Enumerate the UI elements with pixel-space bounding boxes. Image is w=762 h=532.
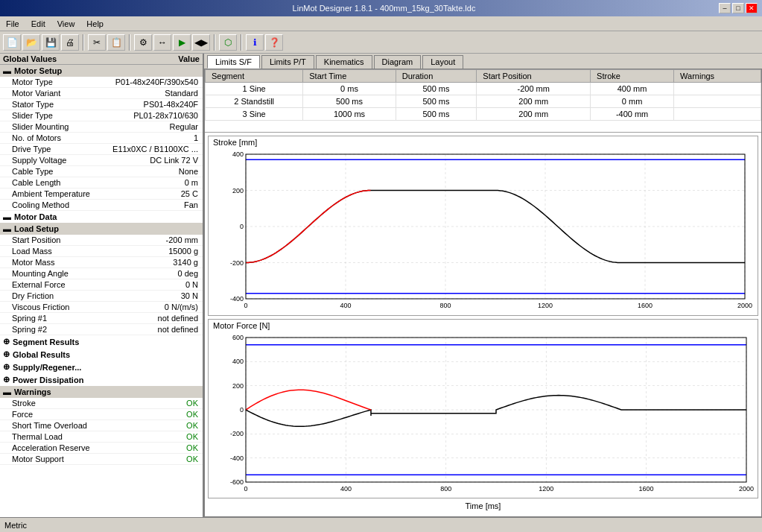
prop-label: Cooling Method	[12, 200, 69, 209]
table-cell: 0 ms	[303, 83, 396, 95]
table-cell	[674, 83, 761, 95]
motor-setup-header[interactable]: ▬ Motor Setup	[0, 65, 203, 77]
prop-label: External Force	[12, 280, 66, 289]
prop-row: Drive TypeE11x0XC / B1100XC ...	[0, 144, 203, 155]
motor-data-label: Motor Data	[14, 212, 57, 221]
x-axis-label: Time [ms]	[208, 501, 758, 513]
warning-row: Thermal LoadOK	[0, 431, 203, 443]
warnings-header[interactable]: ▬ Warnings	[0, 386, 203, 398]
tab-kinematics[interactable]: Kinematics	[316, 55, 372, 69]
sep4	[241, 34, 242, 51]
menu-bar: File Edit View Help	[0, 16, 762, 31]
help-button[interactable]: ❓	[265, 34, 283, 51]
minimize-button[interactable]: –	[719, 3, 731, 13]
table-row[interactable]: 3 Sine1000 ms500 ms200 mm-400 mm	[206, 108, 761, 121]
prop-row: Motor TypeP01-48x240F/390x540	[0, 77, 203, 88]
tabs-bar: Limits S/F Limits P/T Kinematics Diagram…	[204, 54, 762, 69]
table-header-cell: Warnings	[674, 70, 761, 83]
cut-button[interactable]: ✂	[88, 34, 106, 51]
collapse-icon-load: ▬	[3, 224, 11, 233]
prop-value: 0 m	[185, 178, 198, 187]
table-cell: 1 Sine	[206, 83, 303, 95]
table-cell: 500 ms	[396, 83, 477, 95]
prop-value: not defined	[158, 325, 198, 334]
toolbar: 📄 📂 💾 🖨 ✂ 📋 ⚙ ↔ ▶ ◀▶ ⬡ ℹ ❓	[0, 31, 762, 54]
prop-row: Motor Mass3140 g	[0, 257, 203, 268]
global-results-section[interactable]: ⊕ Global Results	[0, 348, 203, 361]
power-dissipation-section[interactable]: ⊕ Power Dissipation	[0, 373, 203, 386]
prop-value: 30 N	[181, 291, 198, 300]
prop-label: Spring #1	[12, 314, 47, 323]
save-button[interactable]: 💾	[42, 34, 60, 51]
prop-label: Cable Length	[12, 178, 60, 187]
paste-button[interactable]: 📋	[107, 34, 125, 51]
settings-button[interactable]: ⚙	[134, 34, 152, 51]
tab-diagram[interactable]: Diagram	[374, 55, 422, 69]
print-button[interactable]: 🖨	[61, 34, 79, 51]
run-button[interactable]: ▶	[173, 34, 191, 51]
prop-row: Cable TypeNone	[0, 166, 203, 177]
prop-label: Start Position	[12, 235, 60, 244]
prop-label: Supply Voltage	[12, 156, 66, 165]
window-controls[interactable]: – □ ✕	[719, 3, 758, 13]
prop-label: Motor Variant	[12, 89, 60, 98]
arrows-button[interactable]: ↔	[153, 34, 171, 51]
prop-label: Slider Type	[12, 111, 53, 120]
close-button[interactable]: ✕	[746, 3, 758, 13]
table-row[interactable]: 1 Sine0 ms500 ms-200 mm400 mm	[206, 83, 761, 95]
header-global-values: Global Values	[3, 54, 57, 63]
warning-label: Thermal Load	[12, 432, 63, 441]
prop-row: Stator TypePS01-48x240F	[0, 99, 203, 110]
menu-edit[interactable]: Edit	[28, 19, 48, 29]
table-header-cell: Stroke	[591, 70, 674, 83]
segment-results-section[interactable]: ⊕ Segment Results	[0, 335, 203, 348]
prop-row: Viscous Friction0 N/(m/s)	[0, 302, 203, 313]
menu-help[interactable]: Help	[83, 19, 107, 29]
title-bar: LinMot Designer 1.8.1 - 400mm_15kg_30Tak…	[0, 0, 762, 16]
table-cell	[674, 95, 761, 108]
warning-label: Stroke	[12, 399, 36, 408]
tab-limits-sf[interactable]: Limits S/F	[207, 55, 260, 69]
open-button[interactable]: 📂	[22, 34, 40, 51]
menu-file[interactable]: File	[3, 19, 22, 29]
supply-regen-section[interactable]: ⊕ Supply/Regener...	[0, 361, 203, 373]
sep3	[214, 34, 215, 51]
table-row[interactable]: 2 Standstill500 ms500 ms200 mm0 mm	[206, 95, 761, 108]
maximize-button[interactable]: □	[732, 3, 744, 13]
main-container: Global Values Value ▬ Motor Setup Motor …	[0, 54, 762, 517]
prop-row: Supply VoltageDC Link 72 V	[0, 155, 203, 166]
warnings-section: ▬ Warnings StrokeOKForceOKShort Time Ove…	[0, 386, 203, 465]
table-cell: 500 ms	[396, 95, 477, 108]
prop-label: Slider Mounting	[12, 122, 69, 131]
tab-limits-pt[interactable]: Limits P/T	[261, 55, 314, 69]
motor-data-section[interactable]: ▬ Motor Data	[0, 211, 203, 223]
step-button[interactable]: ◀▶	[192, 34, 210, 51]
left-panel: Global Values Value ▬ Motor Setup Motor …	[0, 54, 204, 517]
menu-view[interactable]: View	[54, 19, 78, 29]
prop-value: 1	[194, 133, 198, 142]
table-cell: 400 mm	[591, 83, 674, 95]
power-dissipation-label: Power Dissipation	[13, 376, 83, 384]
prop-label: Stator Type	[12, 100, 54, 109]
tab-layout[interactable]: Layout	[422, 55, 463, 69]
info-button[interactable]: ℹ	[246, 34, 264, 51]
table-body: 1 Sine0 ms500 ms-200 mm400 mm2 Standstil…	[206, 83, 761, 121]
hex-button[interactable]: ⬡	[219, 34, 237, 51]
prop-row: Spring #2not defined	[0, 324, 203, 335]
load-setup-header[interactable]: ▬ Load Setup	[0, 223, 203, 235]
prop-value: 3140 g	[173, 258, 198, 267]
collapse-icon: ▬	[3, 66, 11, 75]
warning-row: Acceleration ReserveOK	[0, 443, 203, 454]
table-cell: 1000 ms	[303, 108, 396, 121]
warning-row: Motor SupportOK	[0, 454, 203, 465]
table-cell	[674, 108, 761, 121]
table-header-row: SegmentStart TimeDurationStart PositionS…	[206, 70, 761, 83]
prop-label: Spring #2	[12, 325, 47, 334]
warning-row: ForceOK	[0, 409, 203, 420]
new-button[interactable]: 📄	[3, 34, 21, 51]
prop-row: Cooling MethodFan	[0, 200, 203, 211]
stroke-chart-container: Stroke [mm]	[208, 136, 758, 316]
warning-value: OK	[186, 399, 198, 408]
expand-icon-global: ⊕	[3, 349, 10, 359]
header-value: Value	[178, 54, 200, 63]
